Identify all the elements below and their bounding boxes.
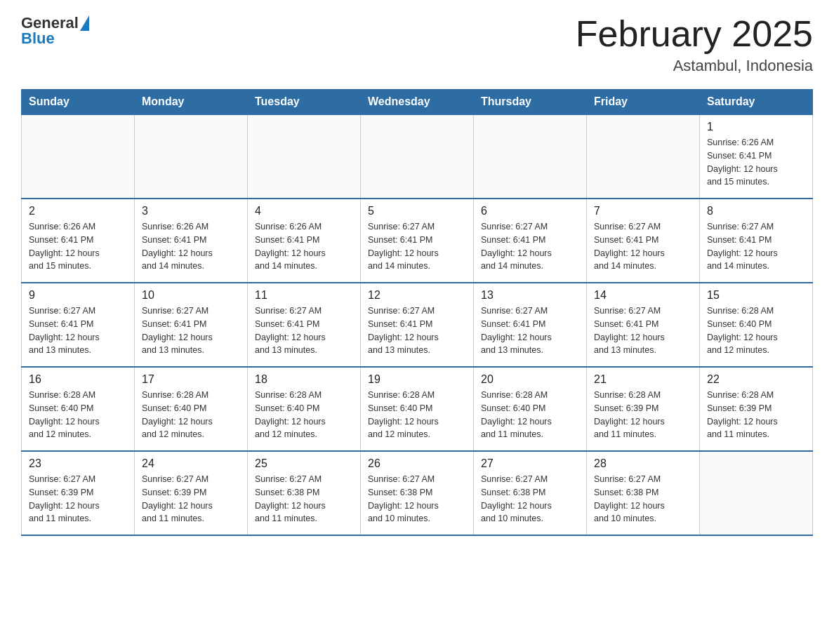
calendar-week-row: 9Sunrise: 6:27 AM Sunset: 6:41 PM Daylig… [22,283,813,367]
day-info: Sunrise: 6:27 AM Sunset: 6:41 PM Dayligh… [29,304,127,357]
day-info: Sunrise: 6:27 AM Sunset: 6:41 PM Dayligh… [368,304,466,357]
calendar-day-cell [361,114,474,199]
calendar-day-cell: 8Sunrise: 6:27 AM Sunset: 6:41 PM Daylig… [700,199,813,283]
day-info: Sunrise: 6:27 AM Sunset: 6:38 PM Dayligh… [481,473,579,525]
day-number: 24 [142,457,240,470]
calendar-table: SundayMondayTuesdayWednesdayThursdayFrid… [21,89,813,536]
calendar-header-wednesday: Wednesday [361,90,474,115]
calendar-header-thursday: Thursday [474,90,587,115]
day-info: Sunrise: 6:28 AM Sunset: 6:40 PM Dayligh… [255,389,353,441]
page-header: General Blue February 2025 Astambul, Ind… [21,14,813,75]
day-number: 7 [594,205,692,217]
day-info: Sunrise: 6:27 AM Sunset: 6:41 PM Dayligh… [707,220,805,273]
calendar-day-cell: 15Sunrise: 6:28 AM Sunset: 6:40 PM Dayli… [700,283,813,367]
day-info: Sunrise: 6:27 AM Sunset: 6:39 PM Dayligh… [142,473,240,525]
calendar-week-row: 23Sunrise: 6:27 AM Sunset: 6:39 PM Dayli… [22,451,813,535]
calendar-day-cell: 4Sunrise: 6:26 AM Sunset: 6:41 PM Daylig… [248,199,361,283]
day-number: 25 [255,457,353,470]
day-info: Sunrise: 6:28 AM Sunset: 6:40 PM Dayligh… [142,389,240,441]
calendar-week-row: 1Sunrise: 6:26 AM Sunset: 6:41 PM Daylig… [22,114,813,199]
calendar-day-cell [248,114,361,199]
day-number: 15 [707,289,805,302]
calendar-header-monday: Monday [135,90,248,115]
calendar-day-cell [474,114,587,199]
calendar-day-cell [700,451,813,535]
calendar-day-cell: 23Sunrise: 6:27 AM Sunset: 6:39 PM Dayli… [22,451,135,535]
day-number: 20 [481,373,579,386]
day-number: 18 [255,373,353,386]
day-info: Sunrise: 6:27 AM Sunset: 6:41 PM Dayligh… [368,220,466,273]
calendar-header-row: SundayMondayTuesdayWednesdayThursdayFrid… [22,90,813,115]
day-number: 28 [594,457,692,470]
calendar-day-cell: 11Sunrise: 6:27 AM Sunset: 6:41 PM Dayli… [248,283,361,367]
day-number: 27 [481,457,579,470]
day-number: 21 [594,373,692,386]
day-info: Sunrise: 6:27 AM Sunset: 6:38 PM Dayligh… [255,473,353,525]
day-number: 22 [707,373,805,386]
day-info: Sunrise: 6:27 AM Sunset: 6:41 PM Dayligh… [594,220,692,273]
day-info: Sunrise: 6:27 AM Sunset: 6:41 PM Dayligh… [255,304,353,357]
calendar-day-cell: 26Sunrise: 6:27 AM Sunset: 6:38 PM Dayli… [361,451,474,535]
day-info: Sunrise: 6:27 AM Sunset: 6:38 PM Dayligh… [594,473,692,525]
day-info: Sunrise: 6:28 AM Sunset: 6:40 PM Dayligh… [707,304,805,357]
day-number: 5 [368,205,466,217]
calendar-day-cell: 19Sunrise: 6:28 AM Sunset: 6:40 PM Dayli… [361,367,474,451]
day-number: 23 [29,457,127,470]
calendar-day-cell: 17Sunrise: 6:28 AM Sunset: 6:40 PM Dayli… [135,367,248,451]
day-number: 9 [29,289,127,302]
calendar-week-row: 16Sunrise: 6:28 AM Sunset: 6:40 PM Dayli… [22,367,813,451]
day-number: 19 [368,373,466,386]
calendar-day-cell: 6Sunrise: 6:27 AM Sunset: 6:41 PM Daylig… [474,199,587,283]
calendar-day-cell: 12Sunrise: 6:27 AM Sunset: 6:41 PM Dayli… [361,283,474,367]
calendar-header-saturday: Saturday [700,90,813,115]
logo-blue-text: Blue [21,29,55,48]
calendar-day-cell: 21Sunrise: 6:28 AM Sunset: 6:39 PM Dayli… [587,367,700,451]
day-number: 12 [368,289,466,302]
day-info: Sunrise: 6:26 AM Sunset: 6:41 PM Dayligh… [142,220,240,273]
day-number: 8 [707,205,805,217]
calendar-day-cell: 1Sunrise: 6:26 AM Sunset: 6:41 PM Daylig… [700,114,813,199]
calendar-day-cell: 25Sunrise: 6:27 AM Sunset: 6:38 PM Dayli… [248,451,361,535]
calendar-day-cell: 9Sunrise: 6:27 AM Sunset: 6:41 PM Daylig… [22,283,135,367]
day-number: 17 [142,373,240,386]
day-number: 26 [368,457,466,470]
calendar-week-row: 2Sunrise: 6:26 AM Sunset: 6:41 PM Daylig… [22,199,813,283]
calendar-day-cell: 2Sunrise: 6:26 AM Sunset: 6:41 PM Daylig… [22,199,135,283]
calendar-day-cell: 27Sunrise: 6:27 AM Sunset: 6:38 PM Dayli… [474,451,587,535]
day-info: Sunrise: 6:27 AM Sunset: 6:38 PM Dayligh… [368,473,466,525]
calendar-day-cell [135,114,248,199]
day-info: Sunrise: 6:28 AM Sunset: 6:39 PM Dayligh… [707,389,805,441]
day-info: Sunrise: 6:27 AM Sunset: 6:41 PM Dayligh… [594,304,692,357]
day-info: Sunrise: 6:27 AM Sunset: 6:39 PM Dayligh… [29,473,127,525]
title-block: February 2025 Astambul, Indonesia [576,14,813,75]
day-info: Sunrise: 6:26 AM Sunset: 6:41 PM Dayligh… [29,220,127,273]
day-info: Sunrise: 6:26 AM Sunset: 6:41 PM Dayligh… [707,136,805,189]
day-number: 14 [594,289,692,302]
day-info: Sunrise: 6:28 AM Sunset: 6:40 PM Dayligh… [481,389,579,441]
logo: General Blue [21,14,89,48]
day-info: Sunrise: 6:27 AM Sunset: 6:41 PM Dayligh… [142,304,240,357]
calendar-day-cell: 18Sunrise: 6:28 AM Sunset: 6:40 PM Dayli… [248,367,361,451]
calendar-day-cell: 14Sunrise: 6:27 AM Sunset: 6:41 PM Dayli… [587,283,700,367]
calendar-day-cell [22,114,135,199]
day-number: 10 [142,289,240,302]
calendar-day-cell: 24Sunrise: 6:27 AM Sunset: 6:39 PM Dayli… [135,451,248,535]
calendar-day-cell: 13Sunrise: 6:27 AM Sunset: 6:41 PM Dayli… [474,283,587,367]
calendar-day-cell: 5Sunrise: 6:27 AM Sunset: 6:41 PM Daylig… [361,199,474,283]
location: Astambul, Indonesia [576,57,813,75]
calendar-header-tuesday: Tuesday [248,90,361,115]
day-info: Sunrise: 6:26 AM Sunset: 6:41 PM Dayligh… [255,220,353,273]
day-info: Sunrise: 6:27 AM Sunset: 6:41 PM Dayligh… [481,304,579,357]
calendar-header-friday: Friday [587,90,700,115]
day-number: 1 [707,121,805,133]
day-number: 13 [481,289,579,302]
day-number: 6 [481,205,579,217]
day-number: 2 [29,205,127,217]
day-number: 4 [255,205,353,217]
day-number: 11 [255,289,353,302]
calendar-day-cell: 7Sunrise: 6:27 AM Sunset: 6:41 PM Daylig… [587,199,700,283]
day-info: Sunrise: 6:28 AM Sunset: 6:40 PM Dayligh… [368,389,466,441]
day-info: Sunrise: 6:28 AM Sunset: 6:40 PM Dayligh… [29,389,127,441]
calendar-day-cell [587,114,700,199]
calendar-day-cell: 10Sunrise: 6:27 AM Sunset: 6:41 PM Dayli… [135,283,248,367]
